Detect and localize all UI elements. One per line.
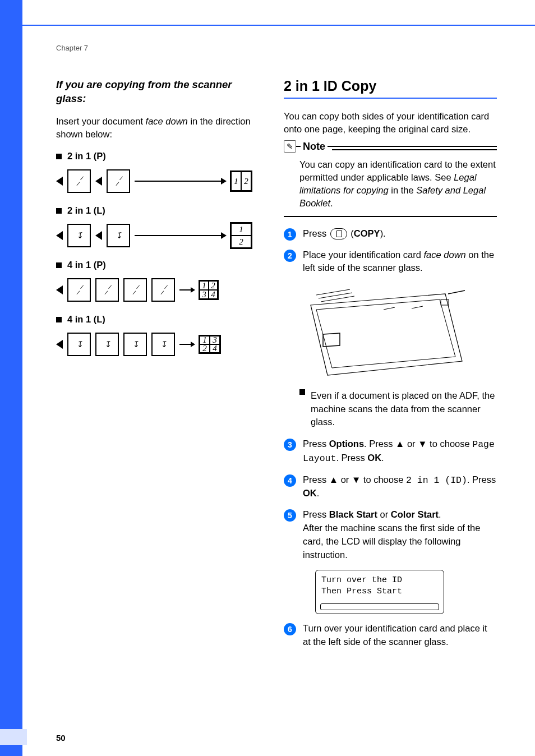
text: . — [381, 453, 384, 463]
result-layout: 1234 — [199, 280, 219, 300]
note-title: Note — [301, 141, 328, 153]
doc-thumb: ↧ — [95, 333, 119, 356]
orientation-arrow-icon — [56, 340, 63, 349]
layout-option: 2 in 1 (L) — [56, 205, 252, 216]
text: Press — [303, 228, 329, 238]
layout-option-label: 4 in 1 (L) — [67, 314, 105, 325]
text: . Press ▲ or ▼ to choose — [364, 439, 472, 449]
doc-thumb: ⸝⸍ — [95, 278, 119, 302]
doc-thumb: ↧ — [151, 333, 175, 356]
text-bold: COPY — [354, 228, 380, 238]
text-bold: Options — [329, 439, 364, 449]
heading-rule — [284, 98, 497, 99]
layout-option-label: 4 in 1 (P) — [67, 260, 106, 270]
note-icon: ✎ — [284, 140, 296, 153]
svg-line-9 — [448, 291, 465, 294]
lcd-display: Turn over the ID Then Press Start — [315, 570, 444, 614]
doc-thumb: ↧ — [67, 333, 91, 356]
text-mono: 2 in 1 (ID) — [406, 475, 467, 486]
step-6: 6 Turn over your identification card and… — [284, 622, 497, 649]
text-italic: face down — [424, 250, 466, 260]
step-badge: 2 — [284, 250, 296, 262]
text: Even if a document is placed on the ADF,… — [311, 389, 497, 428]
side-accent-bar — [0, 0, 22, 756]
step-badge: 1 — [284, 228, 296, 241]
text: . — [317, 488, 320, 498]
doc-thumb: ⸝⸍ — [67, 278, 91, 302]
text-bold: Black Start — [329, 509, 377, 519]
text-italic: face down — [146, 116, 188, 126]
note-body: You can copy an identification card to t… — [299, 158, 497, 210]
layout-diagram-2in1p: ⸝⸍ ⸝⸍ 12 — [56, 167, 252, 195]
bullet-square-icon — [299, 389, 305, 395]
text: After the machine scans the first side o… — [303, 523, 480, 560]
doc-thumb: ⸝⸍ — [123, 278, 147, 302]
text: Press ▲ or ▼ to choose — [303, 474, 406, 485]
doc-thumb: ↧ — [107, 224, 130, 247]
lcd-line: Turn over the ID — [321, 575, 438, 586]
step-badge: 3 — [284, 439, 296, 451]
bullet-square-icon — [56, 262, 62, 268]
left-intro: Insert your document face down in the di… — [56, 115, 252, 141]
step-4: 4 Press ▲ or ▼ to choose 2 in 1 (ID). Pr… — [284, 473, 497, 501]
doc-thumb: ↧ — [123, 333, 147, 356]
page-number-tab — [0, 729, 27, 745]
arrow-icon — [179, 289, 194, 291]
arrow-icon — [135, 181, 225, 182]
result-layout: 12 — [230, 222, 252, 249]
layout-option-label: 2 in 1 (L) — [67, 205, 105, 216]
page-number: 50 — [56, 733, 66, 743]
result-layout: 1324 — [199, 335, 221, 354]
layout-diagram-4in1l: ↧ ↧ ↧ ↧ 1324 — [56, 330, 252, 358]
copy-key-icon — [330, 228, 347, 239]
orientation-arrow-icon — [95, 231, 102, 240]
chapter-label: Chapter 7 — [56, 44, 499, 52]
text: . — [439, 509, 441, 519]
page-content: Chapter 7 If you are copying from the sc… — [56, 44, 499, 657]
layout-option: 4 in 1 (P) — [56, 260, 252, 270]
text: ( — [348, 228, 354, 238]
text: Insert your document — [56, 116, 146, 126]
text: ). — [380, 228, 386, 238]
text: . Press — [467, 474, 496, 485]
layout-option-label: 2 in 1 (P) — [67, 151, 106, 162]
arrow-icon — [179, 344, 194, 345]
note-callout: ✎ Note You can copy an identification ca… — [284, 146, 497, 216]
left-subheading: If you are copying from the scanner glas… — [56, 78, 252, 106]
doc-thumb: ⸝⸍ — [67, 169, 91, 193]
text-bold: Color Start — [391, 509, 439, 519]
step-2-subnote: Even if a document is placed on the ADF,… — [299, 389, 497, 428]
bullet-square-icon — [56, 208, 62, 214]
doc-thumb: ⸝⸍ — [107, 169, 130, 193]
doc-thumb: ↧ — [67, 224, 91, 247]
step-1: 1 Press (COPY). — [284, 227, 497, 241]
arrow-icon — [135, 235, 225, 236]
orientation-arrow-icon — [56, 231, 63, 240]
svg-line-8 — [412, 306, 423, 308]
header-rule — [22, 25, 535, 26]
svg-line-7 — [384, 307, 395, 310]
orientation-arrow-icon — [56, 177, 63, 186]
lcd-line: Then Press Start — [321, 586, 438, 597]
layout-option: 4 in 1 (L) — [56, 314, 252, 325]
result-layout: 12 — [230, 170, 252, 192]
text-bold: OK — [367, 453, 381, 463]
left-column: If you are copying from the scanner glas… — [56, 78, 252, 657]
step-2: 2 Place your identification card face do… — [284, 248, 497, 275]
text: . — [330, 198, 333, 208]
orientation-arrow-icon — [95, 177, 102, 186]
layout-diagram-2in1l: ↧ ↧ 12 — [56, 222, 252, 250]
layout-option: 2 in 1 (P) — [56, 151, 252, 162]
right-column: 2 in 1 ID Copy You can copy both sides o… — [284, 78, 497, 657]
text: Press — [303, 439, 329, 449]
text-bold: OK — [303, 488, 317, 498]
orientation-arrow-icon — [56, 285, 63, 294]
text: . Press — [336, 453, 367, 463]
text: Press — [303, 509, 329, 519]
doc-thumb: ⸝⸍ — [151, 278, 175, 302]
layout-diagram-4in1p: ⸝⸍ ⸝⸍ ⸝⸍ ⸝⸍ 1234 — [56, 276, 252, 304]
text: in the — [389, 185, 417, 195]
text: or — [377, 509, 391, 519]
bullet-square-icon — [56, 154, 62, 159]
section-intro: You can copy both sides of your identifi… — [284, 110, 497, 136]
